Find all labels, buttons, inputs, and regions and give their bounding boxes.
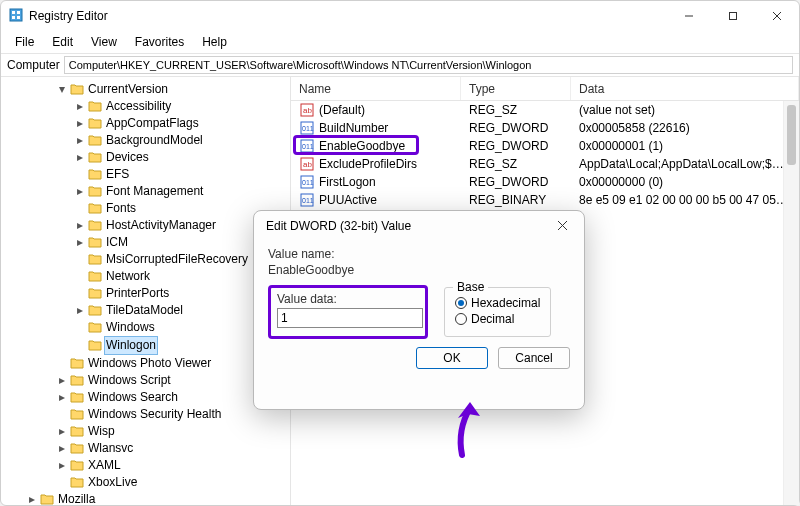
menu-view[interactable]: View [83,33,125,51]
twisty-icon[interactable]: ▸ [73,302,86,319]
tree-item[interactable]: ▸Devices [55,149,290,166]
svg-rect-2 [17,11,20,14]
col-data[interactable]: Data [571,77,799,100]
value-data: (value not set) [571,103,799,117]
tree-item[interactable]: ▸BackgroundModel [55,132,290,149]
value-type: REG_DWORD [461,139,571,153]
twisty-icon[interactable]: ▸ [73,149,86,166]
folder-icon [88,149,102,166]
tree-item[interactable]: ▸Windows Search [5,389,290,406]
tree-item[interactable]: Windows Security Health [5,406,290,423]
radio-decimal[interactable]: Decimal [455,312,540,326]
col-type[interactable]: Type [461,77,571,100]
radio-hexadecimal[interactable]: Hexadecimal [455,296,540,310]
dialog-titlebar[interactable]: Edit DWORD (32-bit) Value [254,211,584,241]
radio-dec-label: Decimal [471,312,514,326]
ok-button[interactable]: OK [416,347,488,369]
twisty-icon[interactable]: ▸ [73,217,86,234]
value-type: REG_SZ [461,103,571,117]
folder-icon [88,200,102,217]
menu-file[interactable]: File [7,33,42,51]
minimize-button[interactable] [667,1,711,31]
value-type: REG_DWORD [461,175,571,189]
folder-icon [88,302,102,319]
tree-item[interactable]: ▸Mozilla [5,491,290,505]
value-name: (Default) [319,103,365,117]
folder-icon [88,319,102,336]
twisty-icon[interactable]: ▸ [25,491,38,505]
twisty-icon[interactable]: ▸ [55,389,68,406]
folder-icon [88,251,102,268]
menu-edit[interactable]: Edit [44,33,81,51]
tree-item[interactable]: EFS [55,166,290,183]
value-type-icon: 011 [299,192,315,208]
value-name: FirstLogon [319,175,376,189]
tree-item[interactable]: ▸Windows Script [5,372,290,389]
app-icon [9,8,23,25]
vertical-scrollbar[interactable] [783,101,799,505]
twisty-icon[interactable]: ▸ [73,234,86,251]
radio-hex-indicator [455,297,467,309]
twisty-icon[interactable]: ▾ [55,81,68,98]
value-row[interactable]: 011EnableGoodbyeREG_DWORD0x00000001 (1) [291,137,799,155]
twisty-icon[interactable]: ▸ [55,423,68,440]
tree-item[interactable]: XboxLive [5,474,290,491]
close-button[interactable] [755,1,799,31]
twisty-icon[interactable]: ▸ [73,183,86,200]
tree-item[interactable]: ▸AppCompatFlags [55,115,290,132]
value-row[interactable]: ab(Default)REG_SZ(value not set) [291,101,799,119]
tree-pane[interactable]: ▾CurrentVersion▸Accessibility▸AppCompatF… [1,77,291,505]
value-type: REG_DWORD [461,121,571,135]
dialog-close-button[interactable] [544,218,580,234]
twisty-icon[interactable]: ▸ [73,115,86,132]
list-header[interactable]: Name Type Data [291,77,799,101]
svg-text:011: 011 [302,197,314,204]
folder-icon [70,372,84,389]
twisty-icon[interactable]: ▸ [73,132,86,149]
value-row[interactable]: 011PUUActiveREG_BINARY8e e5 09 e1 02 00 … [291,191,799,209]
tree-item-currentversion[interactable]: ▾CurrentVersion [55,81,290,98]
folder-icon [70,457,84,474]
tree-item[interactable]: ▸Accessibility [55,98,290,115]
tree-item[interactable]: Windows Photo Viewer [5,355,290,372]
tree-item[interactable]: ▸Wisp [5,423,290,440]
menu-favorites[interactable]: Favorites [127,33,192,51]
tree-item[interactable]: ▸Wlansvc [5,440,290,457]
folder-icon [88,337,102,354]
folder-icon [88,166,102,183]
value-data: AppData\Local;AppData\LocalLow;$Rec [571,157,799,171]
svg-rect-3 [12,16,15,19]
maximize-button[interactable] [711,1,755,31]
svg-text:011: 011 [302,143,314,150]
radio-dec-indicator [455,313,467,325]
value-row[interactable]: abExcludeProfileDirsREG_SZAppData\Local;… [291,155,799,173]
twisty-icon[interactable]: ▸ [55,457,68,474]
tree-item[interactable]: ▸Font Management [55,183,290,200]
folder-icon [88,98,102,115]
tree-item[interactable]: ▸XAML [5,457,290,474]
value-data-input[interactable] [277,308,423,328]
svg-rect-1 [12,11,15,14]
svg-rect-4 [17,16,20,19]
folder-icon [70,81,84,98]
value-data: 0x00000001 (1) [571,139,799,153]
base-fieldset: Base Hexadecimal Decimal [444,287,551,337]
menu-help[interactable]: Help [194,33,235,51]
twisty-icon[interactable]: ▸ [73,98,86,115]
scroll-thumb[interactable] [787,105,796,165]
folder-icon [88,285,102,302]
twisty-icon[interactable]: ▸ [55,440,68,457]
cancel-button[interactable]: Cancel [498,347,570,369]
folder-icon [88,217,102,234]
col-name[interactable]: Name [291,77,461,100]
value-row[interactable]: 011FirstLogonREG_DWORD0x00000000 (0) [291,173,799,191]
value-data: 8e e5 09 e1 02 00 00 00 b5 00 47 05 1b 0 [571,193,799,207]
address-input[interactable] [64,56,793,74]
radio-hex-label: Hexadecimal [471,296,540,310]
dialog-title: Edit DWORD (32-bit) Value [266,219,411,233]
folder-icon [70,406,84,423]
value-type-icon: 011 [299,174,315,190]
twisty-icon[interactable]: ▸ [55,372,68,389]
value-name: ExcludeProfileDirs [319,157,417,171]
value-row[interactable]: 011BuildNumberREG_DWORD0x00005858 (22616… [291,119,799,137]
